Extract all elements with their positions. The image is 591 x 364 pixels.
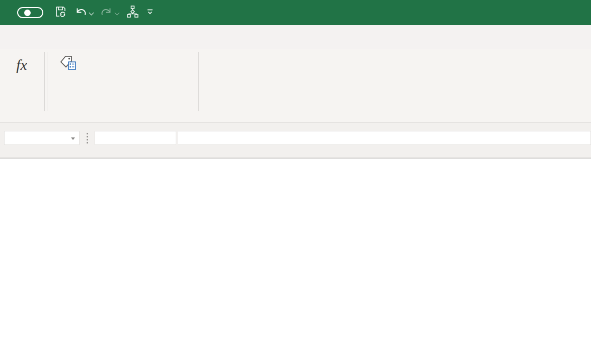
name-manager-icon (59, 55, 77, 75)
ribbon: fx (0, 49, 591, 123)
group-divider (198, 52, 199, 111)
customize-toolbar-icon (146, 8, 154, 18)
ribbon-tab-bar (0, 25, 591, 49)
toggle-knob-icon (24, 10, 31, 16)
formula-bar-area (0, 123, 591, 158)
autosave-toggle[interactable] (17, 7, 43, 18)
group-defined-names (48, 49, 197, 122)
undo-icon (75, 6, 87, 20)
quick-access-toolbar (54, 5, 154, 20)
undo-dropdown-icon[interactable] (89, 10, 94, 15)
group-function-library: fx (0, 49, 46, 122)
formula-bar-grip-icon[interactable] (80, 131, 95, 145)
group-divider (47, 52, 47, 111)
name-box[interactable] (4, 131, 80, 145)
formula-input[interactable] (178, 131, 591, 145)
spreadsheet-grid (0, 158, 591, 364)
excel-window: fx (0, 0, 591, 364)
formula-bar-buttons (95, 131, 176, 145)
name-box-dropdown-icon[interactable] (71, 137, 75, 140)
redo-icon (100, 6, 113, 20)
insert-function-icon: fx (16, 57, 27, 72)
name-manager-button[interactable] (48, 49, 88, 109)
flowchart-button[interactable] (126, 5, 139, 20)
title-bar (0, 0, 591, 25)
save-icon (54, 5, 67, 20)
insert-function-button[interactable]: fx (0, 49, 43, 109)
redo-dropdown-icon (115, 10, 120, 15)
group-divider (44, 52, 45, 111)
redo-button[interactable] (100, 6, 119, 20)
save-button[interactable] (54, 5, 67, 20)
group-formula-auditing (200, 49, 235, 122)
undo-button[interactable] (75, 6, 93, 20)
customize-quick-access-button[interactable] (146, 8, 154, 18)
flowchart-icon (126, 5, 139, 20)
